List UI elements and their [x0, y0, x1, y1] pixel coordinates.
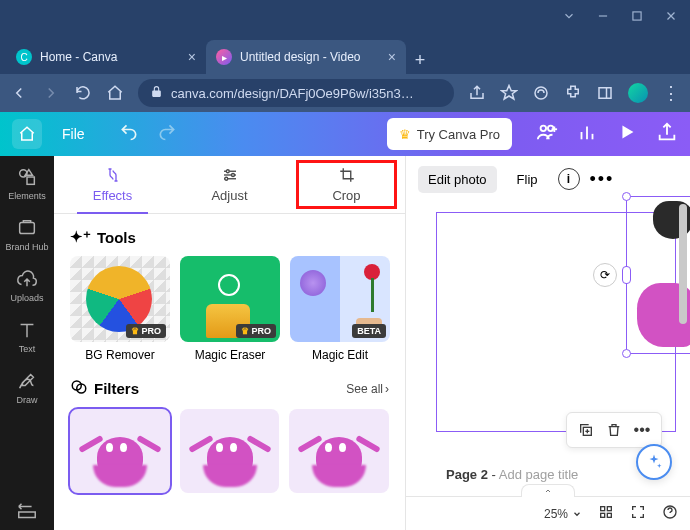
filter-thumb-2[interactable] [180, 409, 280, 493]
grid-view-icon[interactable] [598, 504, 614, 523]
tool-bg-remover[interactable]: ♛PRO BG Remover [70, 256, 170, 362]
collapse-timeline-icon[interactable] [521, 484, 575, 497]
extensions-icon[interactable] [564, 84, 582, 102]
analytics-icon[interactable] [576, 121, 598, 147]
tab-home-canva[interactable]: C Home - Canva × [6, 40, 206, 74]
side-rail: Elements Brand Hub Uploads Text Draw [0, 156, 54, 530]
sidebar-item-brandhub[interactable]: Brand Hub [5, 217, 48, 252]
try-canva-pro-button[interactable]: ♛ Try Canva Pro [387, 118, 512, 150]
resize-handle[interactable] [622, 192, 631, 201]
tool-magic-eraser[interactable]: ♛PRO Magic Eraser [180, 256, 280, 362]
more-actions-icon[interactable]: ••• [629, 417, 655, 443]
reload-icon[interactable] [74, 84, 92, 102]
redo-icon[interactable] [157, 122, 177, 146]
panel-tabs: Effects Adjust Crop [54, 156, 405, 214]
home-icon[interactable] [106, 84, 124, 102]
duplicate-icon[interactable] [573, 417, 599, 443]
try-pro-label: Try Canva Pro [417, 127, 500, 142]
share-icon[interactable] [468, 84, 486, 102]
undo-icon[interactable] [119, 122, 139, 146]
tab-label: Effects [93, 188, 133, 203]
bottom-bar: 25% [406, 496, 690, 530]
panel-body: ✦⁺ Tools ♛PRO BG Remover ♛PRO Magic E [54, 214, 405, 530]
delete-icon[interactable] [601, 417, 627, 443]
floating-actions: ••• [566, 412, 662, 448]
sidebar-label: Elements [8, 191, 46, 201]
svg-rect-1 [633, 12, 641, 20]
canvas-scrollbar[interactable] [678, 204, 688, 494]
tab-effects[interactable]: Effects [54, 156, 171, 213]
info-icon[interactable]: i [558, 168, 580, 190]
window-maximize-icon[interactable] [630, 9, 644, 27]
nav-forward-icon[interactable] [42, 84, 60, 102]
more-icon[interactable]: ••• [590, 169, 615, 190]
zoom-control[interactable]: 25% [544, 507, 582, 521]
window-close-icon[interactable] [664, 9, 678, 27]
file-menu[interactable]: File [54, 120, 93, 148]
svg-point-20 [226, 170, 229, 173]
resize-handle[interactable] [622, 349, 631, 358]
filter-thumb-3[interactable] [289, 409, 389, 493]
tool-label: Magic Eraser [180, 348, 280, 362]
magic-fab-button[interactable] [636, 444, 672, 480]
sidebar-item-more[interactable] [16, 500, 38, 522]
play-icon[interactable] [616, 121, 638, 147]
help-icon[interactable] [662, 504, 678, 523]
flip-button[interactable]: Flip [507, 166, 548, 193]
share-upload-icon[interactable] [656, 121, 678, 147]
nav-back-icon[interactable] [10, 84, 28, 102]
profile-avatar[interactable] [628, 83, 648, 103]
pro-badge: ♛PRO [126, 324, 166, 338]
canvas-area: Edit photo Flip i ••• ⟳ ••• Page 2 - Add… [406, 156, 690, 530]
sidebar-label: Text [19, 344, 36, 354]
app-topbar: File ♛ Try Canva Pro [0, 112, 690, 156]
window-notch-icon[interactable] [562, 9, 576, 27]
svg-rect-31 [607, 513, 611, 517]
sidebar-item-uploads[interactable]: Uploads [10, 268, 43, 303]
window-minimize-icon[interactable] [596, 9, 610, 27]
favicon-play-icon: ▸ [216, 49, 232, 65]
beta-badge: BETA [352, 324, 386, 338]
tab-crop[interactable]: Crop [288, 156, 405, 213]
sidebar-item-elements[interactable]: Elements [8, 166, 46, 201]
filters-icon [70, 378, 88, 399]
lock-icon [150, 85, 163, 101]
svg-point-4 [535, 87, 547, 99]
sidebar-item-draw[interactable]: Draw [16, 370, 38, 405]
browser-tabstrip: C Home - Canva × ▸ Untitled design - Vid… [0, 36, 690, 74]
svg-rect-16 [20, 223, 35, 234]
bookmark-icon[interactable] [500, 84, 518, 102]
svg-point-7 [541, 126, 547, 131]
resize-handle-mid[interactable] [622, 266, 631, 284]
sidebar-label: Uploads [10, 293, 43, 303]
address-bar[interactable]: canva.com/design/DAFj0Oe9P6w/i35n3… [138, 79, 454, 107]
extension-swirl-icon[interactable] [532, 84, 550, 102]
tab-adjust[interactable]: Adjust [171, 156, 288, 213]
sidebar-item-text[interactable]: Text [16, 319, 38, 354]
tool-label: Magic Edit [290, 348, 390, 362]
sidebar-label: Brand Hub [5, 242, 48, 252]
panel-icon[interactable] [596, 84, 614, 102]
tab-close-icon[interactable]: × [388, 49, 396, 65]
svg-point-22 [224, 177, 227, 180]
kebab-icon[interactable]: ⋮ [662, 84, 680, 102]
tab-close-icon[interactable]: × [188, 49, 196, 65]
app-main: Elements Brand Hub Uploads Text Draw Eff… [0, 156, 690, 530]
svg-rect-28 [601, 507, 605, 511]
rotate-handle[interactable]: ⟳ [593, 263, 617, 287]
filters-heading: Filters See all › [70, 378, 389, 399]
page-label[interactable]: Page 2 - Add page title [446, 467, 578, 482]
canva-home-button[interactable] [12, 119, 42, 149]
new-tab-button[interactable]: + [406, 46, 434, 74]
filter-thumb-1[interactable] [70, 409, 170, 493]
edit-photo-button[interactable]: Edit photo [418, 166, 497, 193]
tab-untitled-design[interactable]: ▸ Untitled design - Video × [206, 40, 406, 74]
svg-point-8 [548, 126, 554, 131]
edit-panel: Effects Adjust Crop ✦⁺ Tools ♛PRO [54, 156, 406, 530]
url-text: canva.com/design/DAFj0Oe9P6w/i35n3… [171, 86, 414, 101]
tool-magic-edit[interactable]: BETA Magic Edit [290, 256, 390, 362]
collaborators-icon[interactable] [536, 121, 558, 147]
crown-icon: ♛ [399, 127, 411, 142]
fullscreen-icon[interactable] [630, 504, 646, 523]
see-all-link[interactable]: See all › [346, 382, 389, 396]
